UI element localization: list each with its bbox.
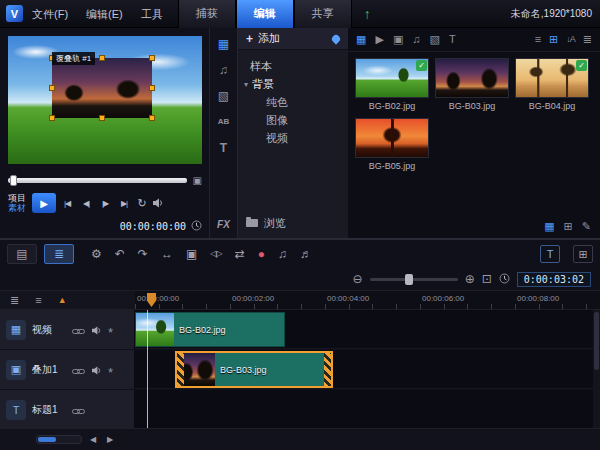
filter-audio-icon[interactable]: ♫ <box>412 34 420 45</box>
thumbnail-view-icon[interactable]: ⊞ <box>549 34 558 45</box>
ripple-edit-icon[interactable]: ⇄ <box>235 248 245 260</box>
resize-handle[interactable] <box>99 55 105 61</box>
gallery-item[interactable]: ✓ BG-B02.jpg <box>355 58 429 111</box>
filter-transition-icon[interactable]: ▧ <box>430 34 440 45</box>
browse-label[interactable]: 浏览 <box>264 216 286 231</box>
volume-icon[interactable] <box>152 194 164 212</box>
track-mute-icon[interactable] <box>91 361 102 379</box>
storyboard-view-button[interactable]: ▤ <box>7 244 37 264</box>
add-label[interactable]: 添加 <box>258 31 280 46</box>
gallery-item[interactable]: ✓ BG-B05.jpg <box>355 118 429 171</box>
add-icon[interactable]: + <box>246 32 253 46</box>
timeline-clip[interactable]: BG-B02.jpg <box>135 312 285 347</box>
ripple-toggle-icon[interactable]: * <box>108 370 113 376</box>
timeline-horizontal-scrollbar[interactable] <box>36 435 82 444</box>
next-frame-button[interactable]: |▶ <box>97 199 113 208</box>
resize-handle[interactable] <box>49 85 55 91</box>
scroll-left-icon[interactable]: ◀ <box>87 435 99 444</box>
prev-frame-button[interactable]: ◀| <box>78 199 94 208</box>
tree-expand-icon[interactable]: ▾ <box>244 80 248 89</box>
pin-icon[interactable] <box>330 33 341 44</box>
zoom-in-icon[interactable]: ⊕ <box>465 273 475 285</box>
redo-icon[interactable]: ↷ <box>138 248 148 260</box>
overlay-track-header[interactable]: ▣ 叠加1 * <box>0 350 135 389</box>
menu-file[interactable]: 文件(F) <box>23 0 77 28</box>
scrubber-track[interactable] <box>8 178 187 183</box>
list-view-icon[interactable]: ≡ <box>535 34 541 45</box>
gallery-thumbnail[interactable]: ✓ <box>355 58 429 98</box>
mode-project-label[interactable]: 项目 <box>8 193 26 203</box>
overlay-clip-selection[interactable] <box>52 58 152 118</box>
add-folder-row[interactable]: + 添加 <box>238 28 348 50</box>
mixer-record-icon[interactable]: ● <box>258 248 265 260</box>
resize-handle[interactable] <box>99 115 105 121</box>
vertical-scroll-thumb[interactable] <box>594 312 599 370</box>
video-track-header[interactable]: ▦ 视频 * <box>0 310 135 349</box>
dual-view-icon[interactable]: ▣ <box>193 175 202 186</box>
title-category-icon[interactable]: T <box>220 142 227 154</box>
go-end-button[interactable]: ▶| <box>116 199 132 208</box>
zoom-slider[interactable] <box>370 278 458 281</box>
resize-handle[interactable] <box>149 115 155 121</box>
undo-icon[interactable]: ↶ <box>115 248 125 260</box>
gallery-item[interactable]: ✓ BG-B03.jpg <box>435 58 509 111</box>
filter-all-media-icon[interactable]: ▦ <box>356 34 366 45</box>
gallery-thumbnail[interactable]: ✓ <box>515 58 589 98</box>
video-track-lane[interactable]: BG-B02.jpg <box>135 310 600 349</box>
tools-icon[interactable]: ⚙ <box>91 248 102 260</box>
gallery-thumbnail[interactable]: ✓ <box>355 118 429 158</box>
title-track-lane[interactable] <box>135 390 600 428</box>
filter-photo-icon[interactable]: ▣ <box>393 34 403 45</box>
scroll-up-icon[interactable]: ▲ <box>58 295 67 305</box>
ruler-scale[interactable]: 00:00:00:00 00:00:02:00 00:00:04:00 00:0… <box>135 291 600 309</box>
link-icon[interactable] <box>72 401 85 419</box>
view-toggle-icon[interactable]: ⊞ <box>564 221 573 232</box>
fit-project-icon[interactable]: ↔ <box>161 248 173 260</box>
timeline-vertical-scrollbar[interactable] <box>593 310 600 428</box>
preview-screen[interactable]: 覆叠轨 #1 <box>8 36 202 164</box>
track-grid-icon[interactable]: ⊞ <box>573 245 593 263</box>
gallery-options-icon[interactable]: ≣ <box>583 34 592 45</box>
playback-mode-switch[interactable]: 项目 素材 <box>8 193 26 213</box>
menu-edit[interactable]: 编辑(E) <box>77 0 132 28</box>
filter-video-icon[interactable]: ▶ <box>375 34 383 45</box>
browse-row[interactable]: 浏览 <box>238 213 348 233</box>
filter-category-icon[interactable]: FX <box>217 219 230 230</box>
ruler-options-icon[interactable]: ≡ <box>35 294 41 306</box>
go-start-button[interactable]: |◀ <box>59 199 75 208</box>
scroll-right-icon[interactable]: ▶ <box>104 435 116 444</box>
audio-category-icon[interactable]: ♫ <box>219 64 228 76</box>
fit-timeline-icon[interactable]: ⊡ <box>482 273 492 285</box>
split-clip-icon[interactable]: ◁|▷ <box>210 248 221 260</box>
playhead-marker[interactable] <box>147 293 156 307</box>
tree-group-label[interactable]: 背景 <box>252 77 274 92</box>
gallery-item[interactable]: ✓ BG-B04.jpg <box>515 58 589 111</box>
sort-icon[interactable]: ↓A <box>566 34 575 45</box>
record-capture-icon[interactable]: ▣ <box>186 248 197 260</box>
media-category-icon[interactable]: ▦ <box>218 38 229 50</box>
playhead-line[interactable] <box>147 310 148 428</box>
scrubber-thumb[interactable] <box>10 175 17 186</box>
tab-share[interactable]: 共享 <box>294 0 352 28</box>
link-icon[interactable] <box>72 321 85 339</box>
timeline-view-button[interactable]: ≣ <box>44 244 74 264</box>
subtitle-editor-icon[interactable]: T <box>540 245 560 263</box>
import-media-icon[interactable]: ▦ <box>544 221 554 232</box>
overlay-clip-image[interactable] <box>52 58 152 118</box>
tree-item-solid-color[interactable]: 纯色 <box>238 93 348 111</box>
link-icon[interactable] <box>72 361 85 379</box>
tree-item-image[interactable]: 图像 <box>238 111 348 129</box>
mode-clip-label[interactable]: 素材 <box>8 203 26 213</box>
repeat-button[interactable]: ↻ <box>135 197 149 210</box>
tree-group-background[interactable]: ▾ 背景 <box>238 75 348 93</box>
track-manager-icon[interactable]: ≣ <box>10 294 19 307</box>
auto-music-icon[interactable]: ♬ <box>300 248 312 260</box>
timeline-ruler[interactable]: ≣ ≡ ▲ 00:00:00:00 00:00:02:00 00:00:04:0… <box>0 290 600 310</box>
play-button[interactable]: ▶ <box>32 193 56 213</box>
menu-tools[interactable]: 工具 <box>132 0 172 28</box>
track-mute-icon[interactable] <box>91 321 102 339</box>
ripple-toggle-icon[interactable]: * <box>108 330 113 336</box>
resize-handle[interactable] <box>49 115 55 121</box>
overlay-track-lane[interactable]: BG-B03.jpg <box>135 350 600 389</box>
filter-title-icon[interactable]: T <box>449 34 456 45</box>
